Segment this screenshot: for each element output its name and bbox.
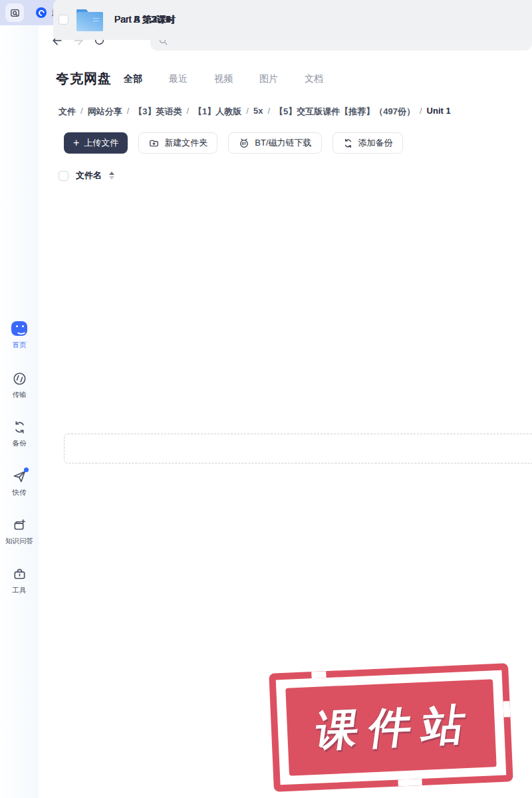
stamp-text: 课件站 [303,695,479,761]
sort-toggle[interactable] [109,172,114,180]
stamp-texture [503,702,510,718]
crumb-5x[interactable]: 5x [253,106,263,118]
window-search-icon [9,7,21,19]
folder-plus-icon [148,138,160,149]
sidebar-item-label: 快传 [13,488,27,497]
bt-robot-icon: BT [238,137,250,149]
home-smiley-icon [11,321,27,336]
crumb-english[interactable]: 【3】英语类 [134,106,182,118]
add-backup-button[interactable]: 添加备份 [332,132,403,154]
sync-arrows-icon [342,138,354,149]
sidebar-item-label: 传输 [13,390,27,400]
page-title: 夸克网盘 [56,70,112,88]
new-folder-button[interactable]: 新建文件夹 [138,132,217,154]
sidebar-item-quick-send[interactable]: 快传 [0,468,39,497]
crumb-files[interactable]: 文件 [59,106,76,118]
column-filename: 文件名 [76,170,102,182]
crumb-current-unit1: Unit 1 [427,106,451,118]
breadcrumb: 文件 / 网站分享 / 【3】英语类 / 【1】人教版 / 5x / 【5】交互… [59,106,451,118]
crumb-courseware[interactable]: 【5】交互版课件【推荐】（497份） [275,106,415,118]
crumb-shared[interactable]: 网站分享 [88,106,122,118]
sidebar-item-knowledge-qa[interactable]: 知识问答 [0,517,39,546]
select-all-checkbox[interactable] [59,171,68,181]
transfer-icon [11,370,27,386]
tab-docs[interactable]: 文档 [305,73,323,85]
tab-all[interactable]: 全部 [124,73,142,85]
file-row-part-b-3[interactable]: Part B 第3课时 [53,0,532,40]
quark-logo-icon [36,7,47,18]
courseware-stamp-watermark: 课件站 [269,663,513,792]
sidebar-item-backup[interactable]: 备份 [0,419,39,448]
sidebar-item-label: 首页 [13,340,27,350]
sidebar-item-label: 知识问答 [5,537,33,546]
notebook-plus-icon [11,517,27,533]
upload-file-button[interactable]: + 上传文件 [64,132,128,154]
window-search-button[interactable] [5,3,24,22]
tab-images[interactable]: 图片 [259,73,278,85]
sidebar-item-transfer[interactable]: 传输 [0,370,39,400]
filter-tabs: 全部 最近 视频 图片 文档 [124,73,323,85]
sync-arrows-icon [11,419,27,435]
sidebar-item-tools[interactable]: 工具 [0,566,39,595]
sort-desc-icon [109,176,114,180]
folder-icon [76,9,103,31]
tab-recent[interactable]: 最近 [169,73,188,85]
tab-videos[interactable]: 视频 [214,73,233,85]
toolbox-icon [11,566,27,582]
file-list-header: 文件名 [59,170,114,182]
action-toolbar: + 上传文件 新建文件夹 BT BT/磁力链下载 [64,132,403,154]
plus-icon: + [73,138,79,148]
app-sidebar: 首页 传输 备份 快传 [0,25,39,798]
svg-text:BT: BT [242,142,247,146]
crumb-pep-edition[interactable]: 【1】人教版 [194,106,241,118]
sidebar-item-label: 备份 [13,439,27,448]
file-name: Part B 第3课时 [114,14,176,26]
notification-dot [24,467,29,472]
empty-dropzone [64,434,532,464]
sort-asc-icon [109,172,114,175]
bt-magnet-download-button[interactable]: BT BT/磁力链下载 [228,132,321,154]
paper-plane-icon [11,468,27,484]
sidebar-item-home[interactable]: 首页 [0,321,39,350]
sidebar-item-label: 工具 [13,586,27,595]
